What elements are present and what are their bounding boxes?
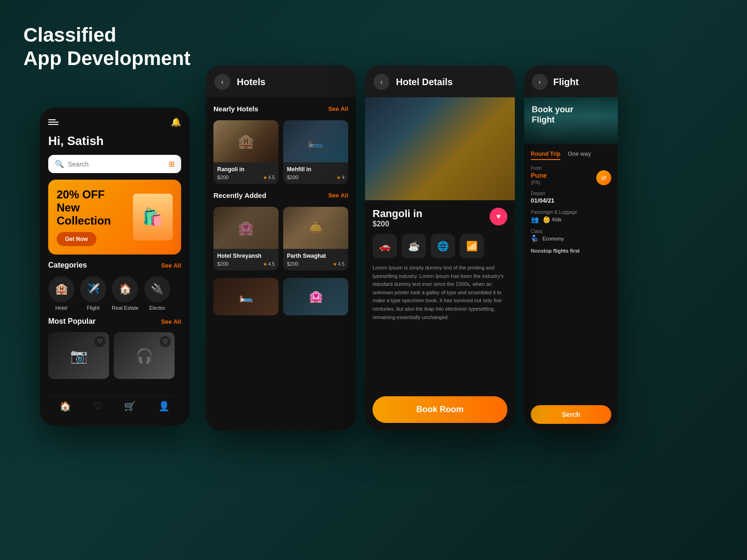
nearby-header: Nearly Hotels See All [213, 105, 348, 113]
realestate-icon-bg: 🏠 [112, 276, 138, 302]
hotel-card-mehfill[interactable]: Mehfill in $200 ★ 4 [283, 120, 348, 184]
class-label: Class [531, 229, 611, 234]
category-real-estate[interactable]: 🏠 Real Estate [112, 276, 139, 311]
phone-home: 🔔 Hi, Satish 🔍 ⊞ 20% OFF New Collection … [40, 108, 190, 426]
popular-item-camera[interactable]: ♡ 📷 [48, 332, 109, 379]
favorite-button[interactable]: ♥ [490, 208, 507, 225]
hotel-shreyansh-name: Hotel Shreyansh [217, 253, 275, 259]
search-input[interactable] [68, 160, 165, 168]
category-realestate-label: Real Estate [112, 305, 139, 311]
adults-tag: 👥 [531, 216, 539, 223]
hotels-back-button[interactable]: ‹ [214, 74, 230, 90]
categories-row: 🏨 Hotel ✈️ Flight 🏠 Real Estate 🔌 Electr… [48, 276, 181, 311]
hotel-icon-bg: 🏨 [48, 276, 74, 302]
popular-see-all[interactable]: See All [161, 318, 181, 325]
category-flight[interactable]: ✈️ Flight [80, 276, 106, 311]
nonstop-label: Nonstop flights first [531, 248, 611, 254]
category-electronics[interactable]: 🔌 Electro [144, 276, 170, 311]
nearby-hotels-grid: Rangoli in $200 ★ 4.5 Mehfill in [213, 120, 348, 184]
category-hotel[interactable]: 🏨 Hotel [48, 276, 74, 311]
hotel-card-rangoli[interactable]: Rangoli in $200 ★ 4.5 [213, 120, 278, 184]
hotel-rangoli-image [213, 120, 278, 162]
hotel-detail-name-price: Rangoli in $200 [373, 208, 422, 228]
nearby-title: Nearly Hotels [213, 105, 258, 113]
economy-class-icon: 💺 [531, 235, 539, 242]
hamburger-icon[interactable] [48, 119, 59, 125]
page-title: Classified App Development [23, 23, 190, 71]
hotel-card-shreyansh[interactable]: Hotel Shreyansh $200 ★ 4.5 [213, 207, 278, 270]
depart-label: Depart [531, 191, 611, 196]
from-field: From Pune (PN) [531, 166, 547, 185]
from-code: (PN) [531, 180, 547, 185]
nav-home-icon[interactable]: 🏠 [59, 400, 71, 412]
hotel-parth-name: Parth Swaghat [287, 253, 344, 259]
kids-tag: 👶 Kids [542, 216, 561, 223]
hotel-parth-info: Parth Swaghat $200 ★ 4.5 [283, 249, 348, 270]
popular-header: Most Popular See All [48, 317, 181, 326]
popular-title: Most Popular [48, 317, 95, 326]
hotel-rangoli-rating: ★ 4.5 [263, 175, 275, 180]
nav-cart-icon[interactable]: 🛒 [124, 400, 136, 412]
hotel-card-extra1[interactable]: 🛏️ [213, 278, 278, 315]
star-icon-2: ★ [337, 175, 341, 180]
nav-wishlist-icon[interactable]: ♡ [94, 400, 102, 412]
flight-back-button[interactable]: ‹ [532, 74, 548, 90]
search-flight-button[interactable]: Serch [531, 405, 611, 424]
tab-one-way[interactable]: One way [568, 151, 591, 160]
passengers-label: Passenger & Luggage [531, 210, 611, 215]
hotel-detail-price: $200 [373, 220, 422, 228]
recent-header: Recently Added See All [213, 191, 348, 199]
tab-round-trip[interactable]: Round Trip [531, 151, 560, 160]
category-flight-label: Flight [87, 305, 100, 311]
categories-see-all[interactable]: See All [161, 262, 181, 269]
hotel-parth-price-row: $200 ★ 4.5 [287, 261, 344, 267]
popular-row: ♡ 📷 ♡ 🎧 [48, 332, 181, 379]
class-type: Economy [542, 236, 564, 241]
hotel-mehfill-price: $200 [287, 175, 298, 180]
nearby-see-all[interactable]: See All [328, 105, 348, 112]
hotel-card-parth[interactable]: Parth Swaghat $200 ★ 4.5 [283, 207, 348, 270]
star-icon-4: ★ [333, 262, 337, 267]
promo-banner: 20% OFF New Collection Get Now 🛍️ [48, 180, 181, 255]
flight-page-title: Flight [553, 77, 579, 87]
hotel-card-extra2[interactable]: 🏩 [283, 278, 348, 315]
greeting-text: Hi, Satish [48, 134, 181, 148]
flight-body: Round Trip One way From Pune (PN) ⇄ Depa… [524, 144, 618, 430]
banner-discount: 20% OFF New Collection [57, 188, 133, 227]
phone-hotels: ‹ Hotels Nearly Hotels See All Rangoli i… [206, 65, 356, 430]
from-label: From [531, 166, 547, 171]
adults-icon: 👥 [531, 216, 539, 223]
kids-icon: 👶 [542, 216, 550, 223]
hotel-rangoli-name: Rangoli in [217, 166, 275, 173]
wishlist-icon-2[interactable]: ♡ [160, 336, 171, 347]
popular-item-headphones[interactable]: ♡ 🎧 [114, 332, 175, 379]
amenity-car-icon: 🚗 [373, 234, 397, 258]
from-field-row: From Pune (PN) ⇄ [531, 166, 611, 185]
wishlist-icon[interactable]: ♡ [94, 336, 105, 347]
hotels-page-title: Hotels [237, 77, 265, 87]
hotel-rangoli-price-row: $200 ★ 4.5 [217, 175, 275, 180]
search-bar[interactable]: 🔍 ⊞ [48, 155, 181, 173]
hotel-shreyansh-price-row: $200 ★ 4.5 [217, 261, 275, 267]
banner-image: 🛍️ [133, 194, 173, 240]
from-city: Pune [531, 172, 547, 179]
phone-home-header: 🔔 [48, 117, 181, 127]
nav-profile-icon[interactable]: 👤 [158, 400, 170, 412]
banner-cta-button[interactable]: Get Now [57, 232, 96, 246]
categories-header: Categories See All [48, 261, 181, 269]
hotel-mehfill-image [283, 120, 348, 162]
hotel-detail-body: Rangoli in $200 ♥ 🚗 ☕ 🌐 📶 Lorem Ipsum is… [365, 200, 515, 430]
hotel-extra2-image: 🏩 [283, 278, 348, 315]
hotel-detail-back-button[interactable]: ‹ [374, 74, 389, 90]
amenity-wifi-icon: 📶 [460, 234, 484, 258]
book-room-button[interactable]: Book Room [373, 396, 507, 423]
filter-icon[interactable]: ⊞ [168, 160, 175, 168]
bell-icon[interactable]: 🔔 [171, 117, 181, 127]
star-icon-3: ★ [263, 262, 267, 267]
class-field: Class 💺 Economy [531, 229, 611, 242]
recent-see-all[interactable]: See All [328, 192, 348, 199]
hotel-parth-image [283, 207, 348, 249]
category-hotel-label: Hotel [55, 305, 67, 311]
hotel-detail-header: ‹ Hotel Details [365, 65, 515, 97]
exchange-icon[interactable]: ⇄ [596, 170, 611, 185]
